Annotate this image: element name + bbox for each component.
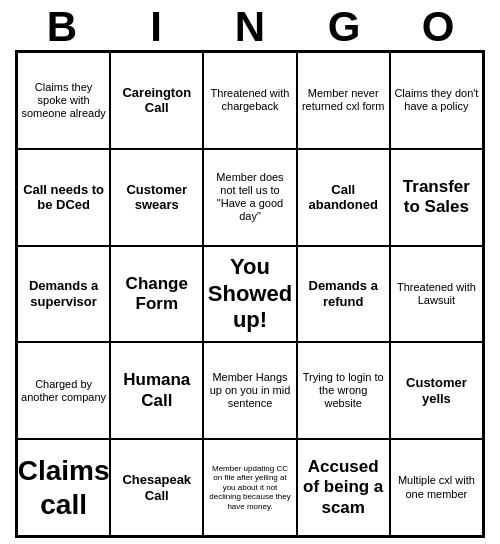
bingo-cell-18: Trying to login to the wrong website [297,342,390,439]
bingo-cell-3: Member never returned cxl form [297,52,390,149]
bingo-grid: Claims they spoke with someone alreadyCa… [15,50,485,538]
bingo-cell-10: Demands a supervisor [17,246,110,343]
bingo-title: B I N G O [15,0,485,50]
bingo-cell-16: Humana Call [110,342,203,439]
bingo-cell-5: Call needs to be DCed [17,149,110,246]
bingo-cell-23: Accused of being a scam [297,439,390,536]
bingo-cell-0: Claims they spoke with someone already [17,52,110,149]
letter-n: N [210,6,290,48]
bingo-cell-9: Transfer to Sales [390,149,483,246]
bingo-cell-1: Careington Call [110,52,203,149]
bingo-cell-17: Member Hangs up on you in mid sentence [203,342,296,439]
bingo-cell-8: Call abandoned [297,149,390,246]
bingo-cell-11: Change Form [110,246,203,343]
bingo-cell-24: Multiple cxl with one member [390,439,483,536]
bingo-cell-14: Threatened with Lawsuit [390,246,483,343]
bingo-cell-7: Member does not tell us to "Have a good … [203,149,296,246]
letter-i: I [116,6,196,48]
letter-b: B [22,6,102,48]
bingo-cell-13: Demands a refund [297,246,390,343]
bingo-cell-4: Claims they don't have a policy [390,52,483,149]
bingo-cell-12: You Showed up! [203,246,296,343]
letter-g: G [304,6,384,48]
bingo-cell-2: Threatened with chargeback [203,52,296,149]
letter-o: O [398,6,478,48]
bingo-cell-6: Customer swears [110,149,203,246]
bingo-cell-22: Member updating CC on file after yelling… [203,439,296,536]
bingo-cell-15: Charged by another company [17,342,110,439]
bingo-cell-19: Customer yells [390,342,483,439]
bingo-cell-21: Chesapeak Call [110,439,203,536]
bingo-cell-20: Claims call [17,439,110,536]
